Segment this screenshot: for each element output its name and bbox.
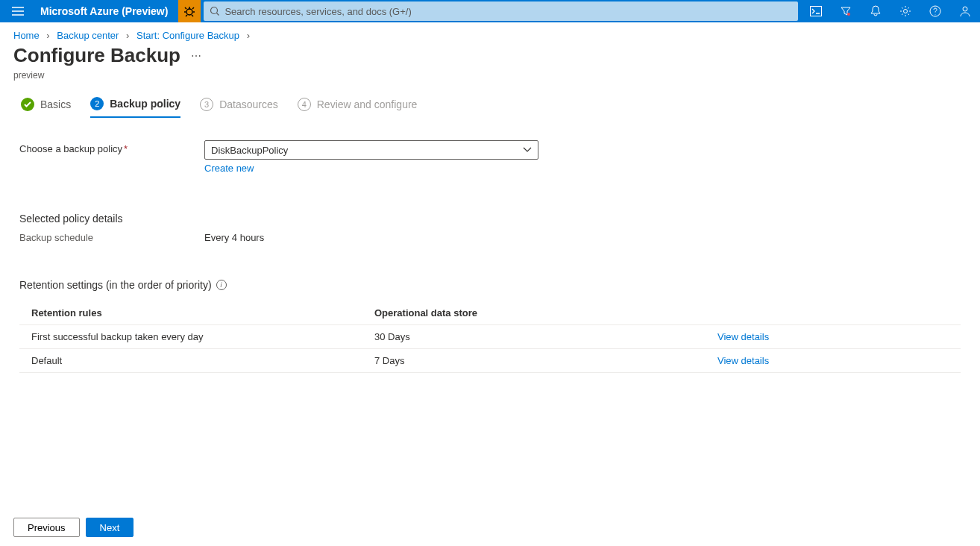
search-icon — [210, 6, 220, 16]
retention-store: 30 Days — [362, 325, 706, 349]
retention-rule: Default — [19, 349, 362, 373]
top-bar: Microsoft Azure (Preview) — [0, 0, 980, 22]
search-input[interactable] — [224, 6, 792, 17]
cloud-shell-icon[interactable] — [801, 0, 831, 22]
policy-field-row: Choose a backup policy* DiskBackupPolicy… — [19, 140, 961, 174]
col-actions — [706, 301, 961, 325]
svg-point-0 — [186, 9, 192, 15]
policy-select[interactable]: DiskBackupPolicy — [204, 140, 538, 160]
title-row: Configure Backup ⋯ — [0, 44, 980, 70]
schedule-label: Backup schedule — [19, 232, 204, 243]
breadcrumb-home[interactable]: Home — [13, 30, 40, 41]
chevron-right-icon: › — [46, 30, 49, 41]
breadcrumb: Home › Backup center › Start: Configure … — [0, 22, 980, 44]
view-details-link[interactable]: View details — [717, 355, 769, 366]
policy-details-heading: Selected policy details — [19, 213, 961, 225]
page-subtitle: preview — [0, 70, 980, 97]
notifications-icon[interactable] — [861, 0, 891, 22]
step-basics[interactable]: Basics — [21, 98, 71, 117]
view-details-link[interactable]: View details — [717, 331, 769, 342]
step-label: Basics — [40, 98, 71, 110]
settings-icon[interactable] — [891, 0, 920, 22]
create-new-link[interactable]: Create new — [204, 163, 538, 174]
svg-point-6 — [963, 7, 967, 11]
chevron-right-icon: › — [126, 30, 129, 41]
help-icon[interactable] — [920, 0, 950, 22]
svg-point-3 — [847, 13, 850, 16]
step-label: Review and configure — [317, 98, 418, 110]
step-number: 4 — [298, 98, 311, 111]
step-datasources[interactable]: 3 Datasources — [200, 98, 278, 117]
svg-point-1 — [211, 7, 218, 14]
retention-heading: Retention settings (in the order of prio… — [19, 279, 961, 291]
chevron-right-icon: › — [247, 30, 250, 41]
step-number: 2 — [90, 97, 104, 110]
step-review[interactable]: 4 Review and configure — [298, 98, 418, 117]
wizard-steps: Basics 2 Backup policy 3 Datasources 4 R… — [0, 97, 980, 124]
breadcrumb-backup-center[interactable]: Backup center — [57, 30, 119, 41]
required-asterisk: * — [124, 143, 128, 154]
svg-rect-2 — [811, 7, 822, 16]
more-actions-icon[interactable]: ⋯ — [191, 50, 202, 62]
svg-point-4 — [904, 10, 908, 13]
retention-rule: First successful backup taken every day — [19, 325, 362, 349]
retention-table: Retention rules Operational data store F… — [19, 301, 961, 373]
content-area: Choose a backup policy* DiskBackupPolicy… — [0, 124, 980, 389]
bug-icon[interactable] — [178, 0, 201, 22]
col-operational-store: Operational data store — [362, 301, 706, 325]
page-title: Configure Backup — [13, 44, 180, 67]
step-label: Datasources — [219, 98, 278, 110]
col-retention-rules: Retention rules — [19, 301, 362, 325]
next-button[interactable]: Next — [86, 518, 134, 537]
step-label: Backup policy — [110, 98, 180, 110]
footer-actions: Previous Next — [0, 509, 980, 546]
table-row: First successful backup taken every day … — [19, 325, 961, 349]
policy-field-label: Choose a backup policy* — [19, 140, 204, 154]
table-row: Default 7 Days View details — [19, 349, 961, 373]
brand-label[interactable]: Microsoft Azure (Preview) — [36, 5, 178, 17]
retention-store: 7 Days — [362, 349, 706, 373]
top-icons — [801, 0, 980, 22]
info-icon[interactable]: i — [216, 280, 227, 290]
schedule-value: Every 4 hours — [204, 232, 264, 243]
policy-selected-value: DiskBackupPolicy — [211, 145, 288, 156]
breadcrumb-configure-backup[interactable]: Start: Configure Backup — [136, 30, 239, 41]
filter-icon[interactable] — [831, 0, 861, 22]
step-number: 3 — [200, 98, 213, 111]
policy-field-control: DiskBackupPolicy Create new — [204, 140, 538, 174]
chevron-down-icon — [523, 147, 532, 153]
menu-icon[interactable] — [0, 0, 36, 22]
step-backup-policy[interactable]: 2 Backup policy — [90, 97, 180, 118]
search-box[interactable] — [204, 1, 798, 21]
account-icon[interactable] — [950, 0, 980, 22]
previous-button[interactable]: Previous — [13, 518, 80, 537]
schedule-row: Backup schedule Every 4 hours — [19, 232, 961, 243]
check-icon — [21, 98, 34, 111]
